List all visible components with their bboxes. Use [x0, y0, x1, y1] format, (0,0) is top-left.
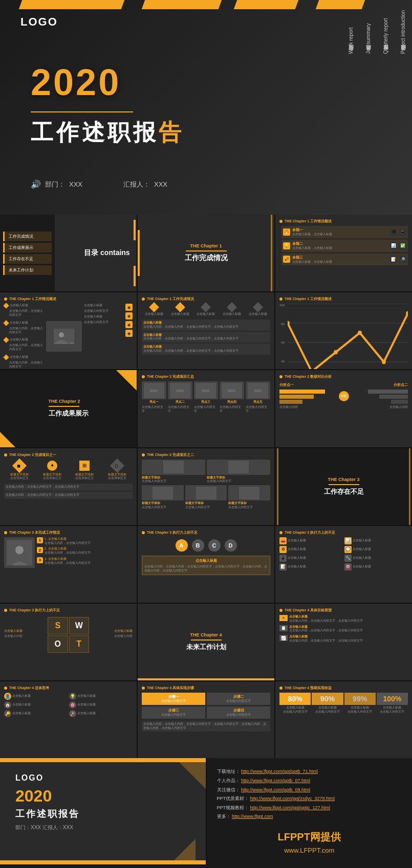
- link-3-url[interactable]: http://www.lfppt.com/pptb_09.html: [241, 787, 310, 792]
- link-3: 关注微信： http://www.lfppt.com/pptb_09.html: [217, 787, 402, 793]
- overview2-image: [46, 321, 82, 352]
- footer-meta: 部门：XXX 汇报人：XXX: [15, 824, 190, 831]
- overall-item-1: 👤 点击输入标题: [4, 693, 68, 700]
- link-4-url[interactable]: http://www.lfppt.com/ppt/zsdyc_3279.html: [250, 796, 335, 801]
- completion-item-1: 点击输入标题: [142, 304, 166, 316]
- icons-header: THE Chapter 3 执行力上的不足: [279, 530, 408, 535]
- footer-title: 工作述职报告: [15, 808, 190, 820]
- svg-rect-25: [228, 461, 249, 473]
- hero-year: 2020: [31, 61, 121, 103]
- overview2-item-3: 点击输入标题: [4, 338, 44, 342]
- hero-bar-4: [316, 0, 365, 9]
- goal-item-1: » 点击输入标题 点击输入内容，点击输入内容文字，点击输入内容文字: [279, 615, 408, 623]
- unfinished-label: THE Chapter 3 未完成工作情况: [9, 530, 60, 535]
- overall-item-4: 🎯 点击输入标题: [69, 701, 133, 709]
- overview2-label: THE Chapter 1 工作情况概述: [9, 296, 56, 302]
- overview2-item-2: 点击输入标题: [4, 321, 44, 325]
- comp-content-1: 点击输入标题 点击输入内容，点击输入内容，点击输入内容文字，点击输入内容文字: [142, 319, 270, 331]
- completion-item-4: 点击输入标题: [220, 304, 244, 316]
- chapter4-bottom-bar: [138, 678, 274, 680]
- lfppt-url[interactable]: www.LFPPT.com: [217, 847, 402, 854]
- slide-swot: THE Chapter 3 执行力上的不足 点击输入标题 点击输入内容 S W …: [0, 604, 137, 680]
- proj1-content-2: 点击输入内容，点击输入内容文字，点击输入内容文字: [4, 492, 133, 499]
- icon-item-3: ⚙ 点击输入标题: [279, 546, 343, 553]
- slide-chart: THE Chapter 1 工作情况概述 100 80 60 40 20 0: [275, 292, 412, 369]
- overview-row-2: 💡 余额二 点击输入标题，点击输入标题 📊 ✅: [281, 240, 408, 252]
- overall-item-3: 🏠 点击输入标题: [4, 701, 68, 709]
- svg-text:IMG: IMG: [254, 389, 262, 393]
- overview-row-3: 🖊 余额三 点击输入标题，点击输入标题 📝 🔎: [281, 254, 408, 266]
- overview1-header: THE Chapter 1 工作情况概述: [279, 219, 408, 224]
- lfppt-provided-by: LFPPT网提供: [217, 830, 402, 844]
- project1-header: THE Chapter 2 完成项目之一: [4, 452, 133, 458]
- slide-comparison: THE Chapter 2 数据对比分析 分析点一 点击输入内容 VS 分析点二: [275, 370, 412, 447]
- toc-item-4: 未来工作计划: [3, 265, 52, 275]
- completion-item-2: 点击输入标题: [168, 304, 192, 316]
- proj1-item-2: ✦ 标题文字添加 点击添加正文: [37, 461, 68, 481]
- icon-item-6: 🔧 点击输入标题: [344, 555, 408, 562]
- icons-label: THE Chapter 3 执行力上的不足: [285, 530, 335, 535]
- chapter1-accent-right: [271, 215, 272, 291]
- overview1-label: THE Chapter 1 工作情况概述: [285, 219, 332, 224]
- toc-bar-2: [134, 266, 136, 286]
- comparison-header: THE Chapter 2 数据对比分析: [279, 374, 408, 379]
- lfppt-slide: 下载地址： http://www.lfppt.com/ppt/pptb_71.h…: [207, 758, 413, 864]
- swot-matrix: S W O T: [48, 617, 89, 653]
- slide-completion: THE Chapter 1 工作完成情况 点击输入标题 点击输入标题 点击输入标…: [138, 292, 274, 369]
- slide-overview1: THE Chapter 1 工作情况概述 🔥 余额一 点击输入标题，点击输入标题…: [275, 215, 412, 291]
- slide-chapter4-title: THE Chapter 4 未来工作计划: [138, 604, 274, 680]
- svg-point-10: [334, 350, 338, 354]
- nav-label-2: 工作总结Job summary: [365, 10, 372, 54]
- swot-s: S: [48, 617, 68, 634]
- chapter3-main-title: 工作存在不足: [324, 487, 364, 496]
- proj1-item-1: ◆ 标题文字添加 点击添加正文: [4, 461, 35, 481]
- toc-item-1: 工作完成情况: [3, 232, 52, 241]
- hero-slide: 工作汇报Work report 工作总结Job summary 季度汇报Quar…: [0, 0, 412, 215]
- slide-percentages: THE Chapter 4 预期实现收益 80% 点击输入标题 点击输入内容文字…: [275, 681, 412, 758]
- hero-reporter: 汇报人： XXX: [123, 179, 167, 189]
- link-1-url[interactable]: http://www.lfppt.com/ppt/pptb_71.html: [241, 769, 318, 774]
- chapter1-label: THE Chapter 1: [185, 243, 228, 248]
- link-5-url[interactable]: http://www.lfppt.com/ppt/pptjc_127.html: [250, 805, 331, 810]
- swot-w: W: [69, 617, 90, 634]
- slide-toc: 工作完成情况 工作成果展示 工作存在不足 未来工作计划 目录 contains: [0, 215, 137, 291]
- abcd-a: A: [176, 539, 188, 552]
- proj2-item-1: 标题文字添加 点击输入内容文字: [142, 460, 205, 484]
- chapter3-right-bar: [409, 448, 410, 525]
- percentages-label: THE Chapter 4 预期实现收益: [285, 686, 332, 691]
- svg-text:IMG: IMG: [202, 389, 210, 393]
- link-6: 更多： http://www.lfppt.com: [217, 813, 402, 820]
- icon-item-5: 📱 点击输入标题: [279, 555, 343, 562]
- project2-header: THE Chapter 2 完成项目之二: [142, 452, 270, 458]
- completion-item-3: 点击输入标题: [194, 304, 219, 316]
- svg-rect-27: [196, 487, 216, 499]
- goals-label: THE Chapter 4 具体目标展望: [285, 608, 332, 613]
- comp-content-2: 点击输入标题 点击输入内容，点击输入内容，点击输入内容文字，点击输入内容文字: [142, 332, 270, 343]
- project1-label: THE Chapter 2 完成项目之一: [9, 452, 56, 458]
- proj2-item-5: 标题文字添加 点击输入内容文字: [228, 485, 270, 510]
- comparison-label: THE Chapter 2 数据对比分析: [285, 374, 332, 379]
- abcd-label: THE Chapter 3 执行力上的不足: [147, 530, 198, 535]
- link-6-url[interactable]: http://www.lfppt.com: [232, 814, 273, 819]
- step-1: 步骤一 点击输入内容文字: [142, 693, 205, 705]
- proj2-item-4: 标题文字添加 点击输入内容文字: [185, 485, 227, 510]
- unfinished-header: THE Chapter 3 未完成工作情况: [4, 530, 133, 535]
- percentages-header: THE Chapter 4 预期实现收益: [279, 686, 408, 691]
- svg-text:IMG: IMG: [150, 389, 158, 393]
- chapter2-corner2: [0, 432, 15, 447]
- proj1-item-3: ⊞ 标题文字添加 点击添加正文: [70, 461, 100, 481]
- slide-abcd: THE Chapter 3 执行力上的不足 A B C D 点击输入标题 点击输…: [138, 526, 274, 603]
- hero-title-main: 工作述职报: [31, 120, 159, 145]
- hero-nav-labels: 工作汇报Work report 工作总结Job summary 季度汇报Quar…: [348, 10, 407, 54]
- toc-bar-1: [134, 220, 136, 240]
- achieve-item-4: IMG 亮点四 点击输入内容文字: [220, 381, 244, 413]
- footer-deco-2: [165, 839, 196, 864]
- unfinished-item-2: 2 2. 点击输入标题 点击输入内容，点击输入内容文字: [37, 547, 133, 555]
- lfppt-links: 下载地址： http://www.lfppt.com/ppt/pptb_71.h…: [217, 768, 402, 820]
- completion-header: THE Chapter 1 工作完成情况: [142, 296, 270, 302]
- comp-content-3: 点击输入标题 点击输入内容，点击输入内容，点击输入内容文字，点击输入内容文字: [142, 344, 270, 355]
- nav-label-4: 项目介绍Project introduction: [400, 10, 407, 54]
- link-2-url[interactable]: http://www.lfppt.com/pptb_07.html: [241, 778, 310, 783]
- footer-hero-slide: LOGO 2020 工作述职报告 部门：XXX 汇报人：XXX: [0, 758, 206, 864]
- icon-item-4: 💬 点击输入标题: [344, 546, 408, 553]
